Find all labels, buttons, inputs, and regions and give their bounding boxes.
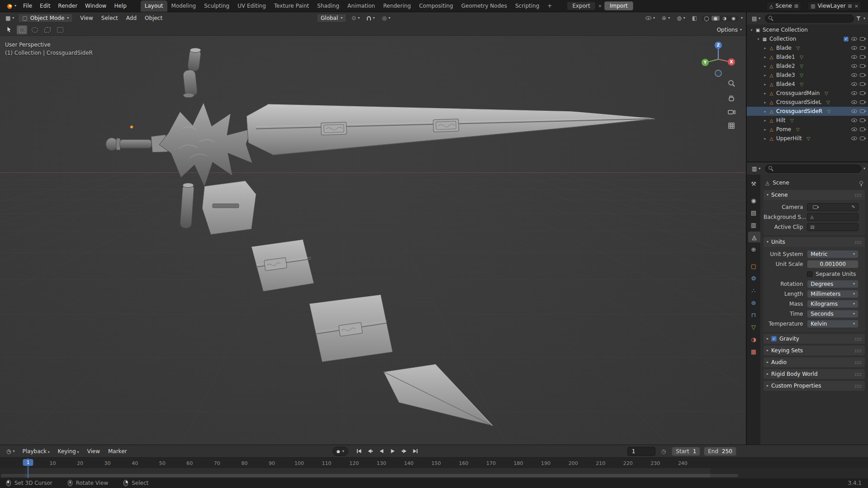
properties-editor-button[interactable]: ▥ ▾ — [749, 165, 763, 172]
shading-wireframe-icon[interactable]: ◯ — [702, 16, 711, 21]
perspective-toggle-button[interactable] — [727, 121, 736, 130]
expander-icon[interactable]: ▸ — [762, 91, 768, 95]
hide-in-viewport-toggle[interactable] — [851, 128, 857, 131]
workspace-tab-texture-paint[interactable]: Texture Paint — [270, 0, 313, 12]
options-dropdown[interactable]: Options ▾ — [717, 27, 742, 33]
drag-handle-icon[interactable] — [854, 194, 862, 197]
expander-icon[interactable]: ▸ — [762, 100, 768, 104]
outliner-row-blade[interactable]: ▸△Blade▽ — [747, 43, 868, 52]
cursor-tool-button[interactable] — [55, 25, 65, 34]
remove-view-layer-button[interactable]: × — [854, 4, 859, 9]
timeline-menu-playback[interactable]: Playback ▾ — [19, 447, 53, 456]
blade-segment-1[interactable] — [251, 240, 314, 292]
disable-in-renders-toggle[interactable] — [860, 82, 865, 86]
pommel[interactable] — [106, 138, 118, 151]
disable-in-renders-toggle[interactable] — [860, 64, 865, 68]
workspace-tab-geometry-nodes[interactable]: Geometry Nodes — [457, 0, 511, 12]
crossguard[interactable] — [159, 103, 252, 187]
pivot-dropdown[interactable]: ⊙ ▾ — [349, 14, 362, 22]
panel-units-header[interactable]: ▾ Units — [764, 237, 865, 247]
mass-dropdown[interactable]: Kilograms▾ — [807, 300, 859, 308]
disable-in-renders-toggle[interactable] — [860, 128, 865, 131]
add-workspace-button[interactable]: + — [544, 1, 555, 11]
rotation-dropdown[interactable]: Degrees▾ — [807, 280, 859, 288]
filter-icon[interactable] — [856, 16, 861, 21]
background-s-field[interactable]: ◬ — [807, 213, 859, 221]
expander-icon[interactable]: ▸ — [762, 82, 768, 86]
menu-window[interactable]: Window — [81, 1, 110, 10]
mode-dropdown[interactable]: ▢ Object Mode ▾ — [18, 14, 73, 23]
expander-icon[interactable]: ▸ — [762, 118, 768, 123]
panel-keying-sets-header[interactable]: ▸Keying Sets — [764, 346, 865, 355]
time-dropdown[interactable]: Seconds▾ — [807, 310, 859, 318]
timeline-scrollbar[interactable] — [1, 474, 738, 477]
properties-tab-texture[interactable]: ▦ — [747, 346, 760, 357]
playhead[interactable]: 1 — [23, 459, 33, 466]
select-box-tool-button[interactable] — [17, 25, 27, 34]
zoom-button[interactable] — [727, 79, 736, 88]
hilt-grip[interactable] — [120, 140, 152, 148]
unit-system-dropdown[interactable]: Metric▾ — [807, 250, 859, 258]
workspace-tab-uv-editing[interactable]: UV Editing — [233, 0, 270, 12]
shading-rendered-icon[interactable]: ◉ — [730, 16, 738, 21]
scene-selector[interactable]: ◬ Scene ⊞ — [766, 1, 802, 11]
disable-in-renders-toggle[interactable] — [860, 37, 865, 41]
outliner-filter-dropdown[interactable]: ▾ — [863, 17, 865, 20]
expander-icon[interactable]: ▸ — [762, 128, 768, 132]
outliner-row-collection[interactable]: ▾▦Collection✓ — [747, 34, 868, 43]
drag-handle-icon[interactable] — [854, 373, 862, 376]
hide-in-viewport-toggle[interactable] — [851, 64, 857, 68]
outliner-row-blade2[interactable]: ▸△Blade2▽ — [747, 62, 868, 71]
timeline-track[interactable] — [0, 468, 868, 478]
hide-in-viewport-toggle[interactable] — [851, 118, 857, 122]
temperature-dropdown[interactable]: Kelvin▾ — [807, 320, 859, 328]
overlays-dropdown[interactable]: ◍ ▾ — [674, 14, 688, 22]
drag-handle-icon[interactable] — [854, 384, 862, 388]
jump-to-start-button[interactable] — [354, 447, 365, 455]
outliner-row-blade3[interactable]: ▸△Blade3▽ — [747, 71, 868, 80]
drag-handle-icon[interactable] — [854, 349, 862, 352]
timeline-editor-button[interactable]: ◷ ▾ — [4, 448, 17, 455]
view-layer-selector[interactable]: ▥ ViewLayer ⊞ × — [807, 1, 862, 11]
hide-in-viewport-toggle[interactable] — [851, 137, 857, 140]
properties-search[interactable] — [765, 165, 861, 173]
length-dropdown[interactable]: Millimeters▾ — [807, 290, 859, 298]
outliner-search-input[interactable] — [775, 15, 850, 22]
preview-range-toggle[interactable]: ◷ — [659, 448, 668, 455]
viewport-menu-add[interactable]: Add — [123, 14, 140, 23]
current-frame-field[interactable]: 1 — [627, 447, 655, 456]
outliner-row-pome[interactable]: ▸△Pome▽ — [747, 125, 868, 134]
properties-tab-output[interactable]: ▤ — [747, 207, 760, 218]
previous-keyframe-button[interactable] — [365, 447, 376, 455]
outliner-editor-button[interactable]: ▤ ▾ — [749, 15, 763, 22]
new-view-layer-button[interactable]: ⊞ — [848, 4, 852, 9]
outliner-row-blade1[interactable]: ▸△Blade1▽ — [747, 52, 868, 62]
proportional-editing-dropdown[interactable]: ◎ ▾ — [379, 14, 393, 22]
timeline-menu-marker[interactable]: Marker — [104, 447, 130, 456]
hide-in-viewport-toggle[interactable] — [851, 55, 857, 59]
panel-audio-header[interactable]: ▸Audio — [764, 357, 865, 367]
expander-icon[interactable]: ▸ — [762, 137, 768, 141]
scene-3d[interactable] — [0, 36, 746, 445]
panel-scene-header[interactable]: ▾ Scene — [764, 190, 865, 200]
end-frame-field[interactable]: End 250 — [704, 447, 736, 456]
unit-scale-field[interactable]: 0.001000 — [807, 260, 859, 268]
timeline-menu-keying[interactable]: Keying ▾ — [54, 447, 83, 456]
workspace-tab-compositing[interactable]: Compositing — [415, 0, 457, 12]
properties-search-input[interactable] — [775, 166, 858, 172]
collection-checkbox[interactable]: ✓ — [844, 37, 849, 42]
blade-emblem-2[interactable] — [433, 119, 459, 132]
expander-icon[interactable]: ▸ — [762, 55, 768, 59]
hide-in-viewport-toggle[interactable] — [851, 46, 857, 50]
shading-material-icon[interactable]: ◑ — [721, 16, 729, 21]
properties-tab-world[interactable]: ⊕ — [747, 244, 760, 255]
hide-in-viewport-toggle[interactable] — [851, 37, 857, 41]
panel-custom-properties-header[interactable]: ▸Custom Properties — [764, 381, 865, 391]
panel-rigid-body-world-header[interactable]: ▸Rigid Body World — [764, 369, 865, 379]
outliner-row-crossguardsidel[interactable]: ▸△CrossguardSideL▽ — [747, 98, 868, 107]
hide-in-viewport-toggle[interactable] — [851, 73, 857, 77]
blender-menu-button[interactable]: ▾ — [3, 1, 19, 10]
workspace-tab-scripting[interactable]: Scripting — [511, 0, 543, 12]
properties-tab-view-layer[interactable]: ▥ — [747, 219, 760, 230]
properties-tab-render[interactable]: ◉ — [747, 195, 760, 206]
